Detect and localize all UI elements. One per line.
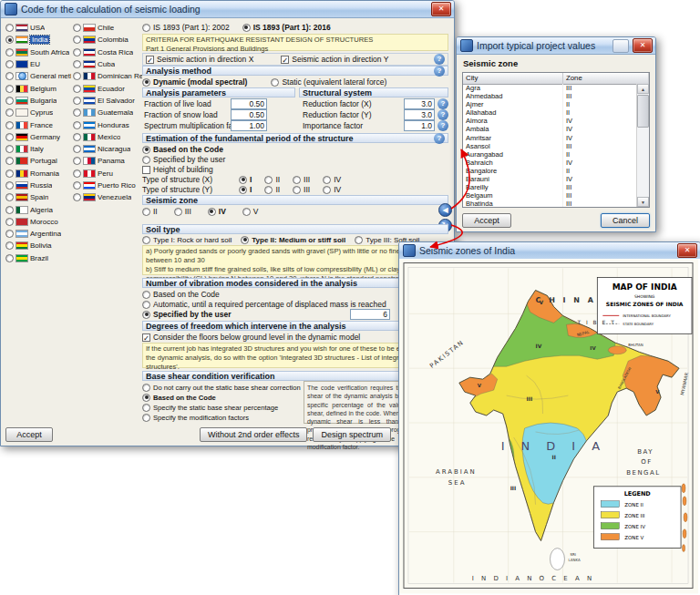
reduction-factor-y-input[interactable]: 3.0: [404, 109, 435, 120]
scroll-up-icon[interactable]: [637, 84, 649, 94]
radio-option-iv[interactable]: IV: [323, 185, 341, 194]
table-row-ajmer[interactable]: AjmerII: [463, 100, 637, 108]
country-item-nicaragua[interactable]: Nicaragua: [73, 143, 142, 155]
country-item-dominican-republic[interactable]: Dominican Republic: [73, 70, 142, 82]
table-row-allahabad[interactable]: AllahabadII: [463, 108, 637, 117]
radio-option-do-not-carry-out-the-static-base-shear-correction[interactable]: Do not carry out the static base shear c…: [142, 384, 301, 392]
design-spectrum-button[interactable]: Design spectrum: [313, 427, 391, 442]
help-icon[interactable]: [434, 66, 445, 77]
table-row-bahraich[interactable]: BahraichIV: [463, 159, 637, 167]
radio-option-specify-the-static-base-shear-percentage[interactable]: Specify the static base shear percentage: [142, 404, 278, 412]
titlebar[interactable]: Code for the calculation of seismic load…: [1, 1, 454, 18]
help-icon[interactable]: [438, 109, 448, 120]
country-item-bulgaria[interactable]: Bulgaria: [5, 95, 71, 107]
country-item-puerto-rico[interactable]: Puerto Rico: [73, 180, 142, 191]
cancel-button[interactable]: Cancel: [601, 213, 650, 228]
country-item-italy[interactable]: Italy: [5, 143, 71, 155]
fraction-snow-load-input[interactable]: 0.50: [231, 109, 267, 120]
scrollbar-thumb[interactable]: [637, 95, 649, 128]
country-item-eu[interactable]: EU: [5, 58, 71, 70]
country-item-usa[interactable]: USA: [5, 22, 71, 34]
radio-option-static-equivalent-lateral-force[interactable]: Static (equivalent lateral force): [271, 77, 386, 87]
seismic-direction-x-checkbox[interactable]: ✓Seismic action in direction X: [146, 55, 253, 64]
radio-option-dynamic-modal-spectral[interactable]: Dynamic (modal spectral): [142, 77, 247, 87]
close-icon[interactable]: [677, 243, 697, 258]
column-header-zone[interactable]: Zone: [563, 73, 649, 84]
floors-below-ground-checkbox[interactable]: ✓Consider the floors below ground level …: [142, 333, 360, 342]
radio-option-iii[interactable]: III: [293, 185, 310, 194]
radio-option-specified-by-the-user[interactable]: Specified by the user: [142, 310, 232, 319]
help-icon[interactable]: [438, 98, 448, 109]
radio-option-ii[interactable]: II: [142, 207, 158, 216]
radio-option-type-i-rock-or-hard-soil[interactable]: Type I: Rock or hard soil: [142, 236, 232, 244]
radio-option-ii[interactable]: II: [264, 175, 280, 184]
country-item-chile[interactable]: Chile: [73, 22, 142, 34]
country-item-algeria[interactable]: Algeria: [5, 203, 71, 215]
country-item-portugal[interactable]: Portugal: [5, 155, 71, 167]
country-item-argentina[interactable]: Argentina: [5, 228, 71, 240]
scroll-down-icon[interactable]: [637, 197, 649, 207]
table-row-bareilly[interactable]: BareillyIII: [463, 183, 637, 191]
help-icon[interactable]: [434, 54, 445, 65]
table-row-amritsar[interactable]: AmritsarIV: [463, 134, 637, 142]
country-item-india[interactable]: India: [5, 34, 71, 46]
radio-option-ii[interactable]: II: [264, 185, 280, 194]
radio-option-type-ii-medium-or-stiff-soil[interactable]: Type II: Medium or stiff soil: [241, 236, 345, 244]
modes-count-input[interactable]: 6: [350, 309, 390, 320]
minimize-button[interactable]: [612, 39, 629, 53]
country-item-belgium[interactable]: Belgium: [5, 82, 71, 94]
country-item-russia[interactable]: Russia: [5, 180, 71, 191]
table-row-agra[interactable]: AgraIII: [463, 84, 637, 92]
import-typical-values-button[interactable]: [438, 203, 452, 217]
country-item-romania[interactable]: Romania: [5, 168, 71, 180]
radio-option-specified-by-the-user[interactable]: Specified by the user: [142, 155, 225, 164]
radio-option-is-1893-part-1-2016[interactable]: IS 1893 (Part 1): 2016: [242, 23, 331, 32]
table-row-ambala[interactable]: AmbalaIV: [463, 125, 637, 133]
scrollbar[interactable]: [636, 84, 649, 207]
table-row-almora[interactable]: AlmoraIV: [463, 117, 637, 125]
country-item-france[interactable]: France: [5, 118, 71, 130]
importance-factor-input[interactable]: 1.0: [404, 120, 435, 131]
country-item-peru[interactable]: Peru: [73, 168, 142, 180]
table-row-bangalore[interactable]: BangaloreII: [463, 167, 637, 175]
country-item-ecuador[interactable]: Ecuador: [73, 82, 142, 94]
column-header-city[interactable]: City: [463, 73, 563, 84]
country-item-spain[interactable]: Spain: [5, 191, 71, 203]
accept-button[interactable]: Accept: [462, 213, 511, 228]
country-item-guatemala[interactable]: Guatemala: [73, 107, 142, 118]
country-item-brazil[interactable]: Brazil: [5, 252, 71, 264]
reduction-factor-x-input[interactable]: 3.0: [404, 98, 435, 109]
help-icon[interactable]: [434, 133, 445, 144]
radio-option-i[interactable]: I: [239, 175, 252, 184]
titlebar[interactable]: Seismic zones of India: [399, 242, 700, 260]
country-item-south-africa[interactable]: South Africa: [5, 46, 71, 58]
country-item-colombia[interactable]: Colombia: [73, 34, 142, 46]
country-item-costa-rica[interactable]: Costa Rica: [73, 46, 142, 58]
radio-option-based-on-the-code[interactable]: Based on the Code: [142, 290, 220, 299]
country-item-morocco[interactable]: Morocco: [5, 216, 71, 228]
table-row-asansol[interactable]: AsansolIII: [463, 142, 637, 150]
table-row-barauni[interactable]: BarauniIV: [463, 175, 637, 183]
close-icon[interactable]: [431, 2, 451, 16]
seismic-direction-y-checkbox[interactable]: ✓Seismic action in direction Y: [281, 55, 388, 64]
country-item-el-salvador[interactable]: El Salvador: [73, 95, 142, 107]
help-icon[interactable]: [438, 120, 448, 131]
country-item-venezuela[interactable]: Venezuela: [73, 191, 142, 203]
table-row-bhatinda[interactable]: BhatindaIII: [463, 200, 637, 207]
radio-option-iv[interactable]: IV: [208, 207, 226, 216]
country-item-panama[interactable]: Panama: [73, 155, 142, 167]
table-row-aurangabad[interactable]: AurangabadII: [463, 150, 637, 159]
radio-option-based-on-the-code[interactable]: Based on the Code: [142, 145, 223, 154]
height-of-building-checkbox[interactable]: Height of building: [142, 165, 213, 174]
country-item-honduras[interactable]: Honduras: [73, 118, 142, 130]
radio-option-v[interactable]: V: [242, 207, 259, 216]
titlebar[interactable]: Import typical project values: [457, 37, 655, 55]
country-item-general-method[interactable]: General method: [5, 70, 71, 82]
radio-option-i[interactable]: I: [239, 185, 252, 194]
close-icon[interactable]: [633, 38, 653, 53]
accept-button[interactable]: Accept: [5, 427, 53, 442]
fraction-live-load-input[interactable]: 0.50: [231, 98, 267, 109]
without-2nd-order-button[interactable]: Without 2nd order effects: [200, 427, 307, 442]
radio-option-iii[interactable]: III: [293, 175, 310, 184]
country-item-germany[interactable]: Germany: [5, 131, 71, 143]
